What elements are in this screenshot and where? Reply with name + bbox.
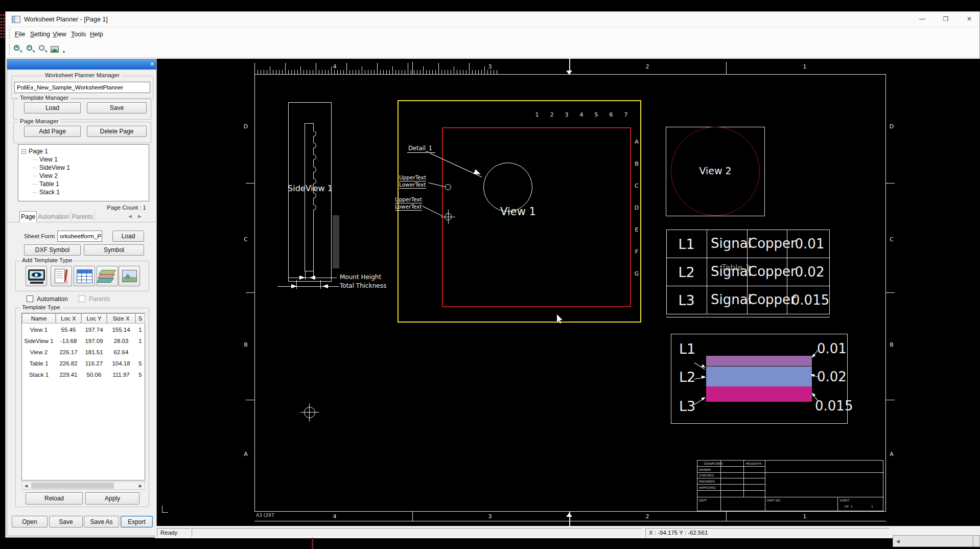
automation-checkbox[interactable] xyxy=(27,295,33,302)
sheet-form-load-button[interactable]: Load xyxy=(112,231,144,242)
view1-col-number: 1 xyxy=(529,111,545,118)
menu-tools[interactable]: Tools xyxy=(69,30,88,39)
apply-button[interactable]: Apply xyxy=(85,492,139,505)
cell-name[interactable]: View 1 xyxy=(22,325,56,335)
add-report-template-button[interactable] xyxy=(51,266,72,286)
cell-sizex[interactable]: 28.03 xyxy=(107,336,135,346)
image-icon xyxy=(51,46,59,53)
scroll-left-icon[interactable]: ◀ xyxy=(22,482,30,489)
add-page-button[interactable]: Add Page xyxy=(24,126,81,137)
menu-view[interactable]: View xyxy=(51,30,68,39)
cell-locy[interactable]: 50.06 xyxy=(81,370,107,380)
symbol-button[interactable]: Symbol xyxy=(84,244,144,256)
panel-close-icon[interactable]: ✕ xyxy=(150,61,154,67)
desktop-artifact-tick xyxy=(312,538,313,549)
zone-divider xyxy=(726,62,727,74)
reload-button[interactable]: Reload xyxy=(26,492,83,505)
tree-node-view1[interactable]: View 1 xyxy=(33,156,58,163)
open-button[interactable]: Open xyxy=(12,516,48,528)
cell-sizex[interactable]: 111.97 xyxy=(107,370,135,380)
template-save-button[interactable]: Save xyxy=(87,102,147,113)
col-header-sizex[interactable]: Size X xyxy=(107,313,135,324)
scroll-right-icon[interactable]: ▶ xyxy=(136,482,145,489)
app-window: Worksheet Planner - [Page 1] — ❒ ✕ File … xyxy=(5,11,980,538)
cell-sizey[interactable] xyxy=(135,347,145,357)
template-load-button[interactable]: Load xyxy=(24,102,81,113)
tab-page[interactable]: Page xyxy=(19,211,37,222)
cell-name[interactable]: SideView 1 xyxy=(22,336,56,346)
col-header-sizey[interactable]: S xyxy=(135,313,145,324)
cell-sizey[interactable]: 1 xyxy=(135,325,145,335)
minimize-button[interactable]: — xyxy=(915,14,929,24)
table-grid-line xyxy=(77,276,92,277)
zoom-out-button[interactable]: − xyxy=(25,43,36,55)
cell-sizey[interactable]: 1 xyxy=(135,336,145,346)
tree-node-stack1[interactable]: Stack 1 xyxy=(33,189,60,196)
col-header-name[interactable]: Name xyxy=(22,313,56,324)
menu-file[interactable]: File xyxy=(13,30,27,39)
zone-col-label: 4 xyxy=(327,513,342,520)
drawing-canvas[interactable]: 4 3 2 1 4 3 2 1 D C B A D C B A xyxy=(157,59,980,537)
zoom-in-button[interactable]: + xyxy=(12,43,24,55)
tab-parents[interactable]: Parents xyxy=(71,211,95,222)
add-table-template-button[interactable] xyxy=(74,266,95,286)
add-view-template-button[interactable] xyxy=(26,266,47,286)
planner-name-input[interactable]: PollEx_New_Sample_WorksheetPlanner xyxy=(14,82,150,93)
cell-locx[interactable]: 229.41 xyxy=(56,370,81,380)
cell-sizex[interactable]: 155.14 xyxy=(107,325,135,335)
dxf-symbol-button[interactable]: DXF Symbol xyxy=(24,244,81,256)
menu-help[interactable]: Help xyxy=(88,30,105,39)
background-window-scrollbar[interactable]: ◀ xyxy=(893,535,980,547)
view1-row-letter: E xyxy=(629,226,644,233)
add-image-template-button[interactable] xyxy=(119,266,140,286)
tab-scroll-right-icon[interactable]: ▶ xyxy=(138,214,142,219)
toolbar-overflow-caret[interactable]: ▾ xyxy=(63,50,65,54)
cell-sizey[interactable]: 5 xyxy=(135,358,145,369)
template-table-hscrollbar[interactable]: ◀ ▶ xyxy=(21,482,145,490)
cell-locx[interactable]: -13.68 xyxy=(56,336,81,346)
save-as-button[interactable]: Save As xyxy=(84,516,119,528)
scroll-thumb[interactable] xyxy=(31,483,114,489)
cell-locx[interactable]: 55.45 xyxy=(56,325,81,335)
cell-name[interactable]: Stack 1 xyxy=(22,370,56,380)
parents-checkbox[interactable] xyxy=(79,295,85,302)
tree-node-sideview1[interactable]: SideView 1 xyxy=(33,164,70,171)
maximize-button[interactable]: ❒ xyxy=(939,14,953,24)
template-type-label: Template Type xyxy=(20,304,62,310)
magnifier-icon xyxy=(39,45,44,51)
tree-node-view2[interactable]: View 2 xyxy=(33,172,58,179)
cell-locy[interactable]: 197.09 xyxy=(81,336,107,346)
image-capture-button[interactable] xyxy=(49,43,60,55)
cell-locy[interactable]: 181.51 xyxy=(81,347,107,357)
cell-sizey[interactable]: 5 xyxy=(135,370,145,380)
zoom-window-button[interactable] xyxy=(37,43,49,55)
add-stack-template-button[interactable] xyxy=(97,266,118,286)
cell-locy[interactable]: 116.27 xyxy=(81,358,107,369)
menu-setting[interactable]: Setting xyxy=(28,30,52,39)
scroll-left-icon[interactable]: ◀ xyxy=(896,539,900,544)
callout2-upper: UpperText xyxy=(395,196,422,203)
tab-automation[interactable]: Automation xyxy=(37,211,71,222)
cell-locx[interactable]: 226.17 xyxy=(56,347,81,357)
tree-node-page1[interactable]: − Page 1 xyxy=(21,148,48,155)
sheet-form-input[interactable]: orksheetform_PollEx xyxy=(57,231,102,242)
export-button[interactable]: Export xyxy=(121,516,153,528)
cell-sizex[interactable]: 104.18 xyxy=(107,358,135,369)
stack-value: 0.01 xyxy=(817,341,847,356)
tab-scroll-left-icon[interactable]: ◀ xyxy=(128,214,132,219)
tree-collapse-icon[interactable]: − xyxy=(21,149,26,154)
col-header-locy[interactable]: Loc Y xyxy=(81,313,107,324)
cell-locy[interactable]: 197.74 xyxy=(81,325,107,335)
panel-header[interactable]: ✕ xyxy=(7,59,156,70)
delete-page-button[interactable]: Delete Page xyxy=(87,126,147,137)
close-button[interactable]: ✕ xyxy=(962,14,976,24)
cell-sizex[interactable]: 62.64 xyxy=(107,347,135,357)
tree-node-table1[interactable]: Table 1 xyxy=(33,180,59,188)
cell-name[interactable]: View 2 xyxy=(22,347,56,357)
col-header-locx[interactable]: Loc X xyxy=(56,313,81,324)
desktop: Worksheet Planner - [Page 1] — ❒ ✕ File … xyxy=(0,0,980,549)
sideview-label: SideView 1 xyxy=(289,184,332,193)
cell-locx[interactable]: 226.82 xyxy=(56,358,81,369)
cell-name[interactable]: Table 1 xyxy=(22,358,56,369)
save-button[interactable]: Save xyxy=(49,516,83,528)
